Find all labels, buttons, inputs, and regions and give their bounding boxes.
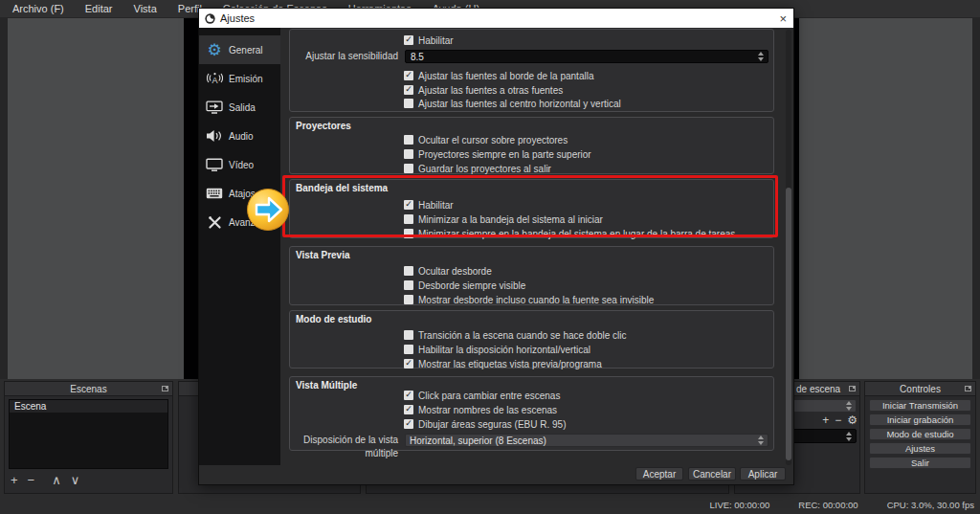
- section-projectors: Proyectores Ocultar el cursor sobre proy…: [289, 117, 774, 174]
- menu-editar[interactable]: Editar: [75, 0, 123, 17]
- section-preview: Vista Previa Ocultar desborde Desborde s…: [289, 246, 774, 305]
- checkbox-show-labels[interactable]: [404, 359, 413, 369]
- studio-mode-button[interactable]: Modo de estudio: [869, 428, 971, 440]
- checkbox-label: Ajustar las fuentes a otras fuentes: [418, 85, 563, 96]
- sidebar-item-video[interactable]: Vídeo: [199, 150, 280, 179]
- arrow-icon: [246, 188, 290, 232]
- checkbox-safe-areas[interactable]: [404, 419, 413, 429]
- gear-icon: ⚙: [205, 42, 224, 58]
- scene-list[interactable]: Escena: [9, 399, 168, 469]
- sidebar-item-audio[interactable]: Audio: [199, 122, 280, 150]
- checkbox-label: Mostrar nombres de las escenas: [418, 405, 557, 415]
- checkbox-snap-center[interactable]: [404, 99, 413, 108]
- row-enable-snapping: Habilitar: [404, 34, 454, 46]
- menu-vista[interactable]: Vista: [123, 0, 167, 17]
- remove-scene-button[interactable]: −: [28, 474, 35, 487]
- checkbox-overflow-always[interactable]: [404, 280, 413, 290]
- checkbox-click-switch[interactable]: [404, 391, 413, 400]
- checkbox-label: Habilitar: [418, 35, 454, 46]
- add-transition-button[interactable]: +: [822, 413, 829, 427]
- scenes-panel: Escenas Escena + − ∧ ∨: [4, 381, 173, 494]
- add-scene-button[interactable]: +: [11, 474, 18, 487]
- move-scene-up-button[interactable]: ∧: [52, 474, 61, 487]
- section-title: Vista Múltiple: [296, 380, 357, 391]
- controls-panel-title: Controles: [900, 384, 941, 394]
- section-general: Habilitar Ajustar la sensibilidad 8.5 Aj…: [289, 29, 774, 112]
- remove-transition-button[interactable]: −: [835, 413, 841, 427]
- checkbox-always-top[interactable]: [404, 149, 413, 159]
- dialog-title: Ajustes: [220, 12, 255, 24]
- section-title: Vista Previa: [296, 250, 350, 260]
- checkbox-enable-snapping[interactable]: [404, 35, 413, 45]
- start-recording-button[interactable]: Iniciar grabación: [869, 413, 971, 426]
- multiview-layout-select[interactable]: Horizontal, superior (8 Escenas): [405, 434, 768, 447]
- popout-icon[interactable]: [849, 386, 856, 391]
- checkbox-overflow-invisible[interactable]: [404, 295, 413, 304]
- transitions-panel-title: de escena: [796, 384, 840, 394]
- workspace-left-area: [8, 18, 184, 380]
- settings-scrollbar[interactable]: [786, 30, 791, 465]
- checkbox-show-names[interactable]: [404, 405, 413, 414]
- settings-button[interactable]: Ajustes: [869, 442, 971, 455]
- combo-arrows-icon[interactable]: [756, 435, 766, 446]
- scenes-panel-header[interactable]: Escenas: [5, 382, 172, 396]
- checkbox-hide-overflow[interactable]: [404, 266, 413, 276]
- sidebar-item-label: Emisión: [229, 74, 263, 84]
- checkbox-snap-sources[interactable]: [404, 85, 413, 95]
- start-streaming-button[interactable]: Iniciar Transmisión: [869, 399, 971, 412]
- close-icon[interactable]: ×: [779, 9, 787, 28]
- checkbox-transition-dblclick[interactable]: [404, 330, 413, 340]
- popout-icon[interactable]: [162, 386, 168, 391]
- popout-icon[interactable]: [965, 386, 971, 391]
- list-item[interactable]: Escena: [10, 400, 167, 413]
- checkbox-label: Proyectores siempre en la parte superior: [418, 149, 591, 160]
- settings-sidebar: ⚙ General A Emisión: [199, 28, 280, 465]
- section-title: Proyectores: [296, 121, 351, 131]
- spinner-arrows-icon[interactable]: [756, 51, 766, 62]
- checkbox-label: Ajustar las fuentes al centro horizontal…: [418, 99, 621, 109]
- dialog-titlebar[interactable]: Ajustes ×: [199, 9, 793, 28]
- svg-text:A: A: [212, 76, 217, 85]
- checkbox-label: Mostrar desborde incluso cuando la fuent…: [418, 295, 654, 305]
- checkbox-label: Mostrar las etiquetas vista previa/progr…: [418, 359, 602, 369]
- sidebar-item-general[interactable]: ⚙ General: [199, 35, 280, 64]
- speaker-icon: [205, 129, 224, 143]
- move-scene-down-button[interactable]: ∨: [71, 474, 80, 487]
- keyboard-icon: [205, 188, 224, 199]
- row-snap-center: Ajustar las fuentes al centro horizontal…: [404, 98, 621, 109]
- checkbox-hide-cursor[interactable]: [404, 135, 413, 145]
- spinner-arrows-icon[interactable]: [844, 430, 854, 442]
- controls-panel-header[interactable]: Controles: [865, 382, 975, 396]
- row-overflow-invisible: Mostrar desborde incluso cuando la fuent…: [404, 294, 654, 305]
- workspace-right-area: [799, 18, 972, 380]
- multiview-layout-label: Disposición de la vista múltiple: [290, 434, 398, 460]
- apply-button[interactable]: Aplicar: [740, 467, 786, 480]
- sidebar-item-label: General: [229, 45, 263, 56]
- checkbox-label: Ocultar desborde: [418, 266, 492, 277]
- checkbox-label: Ocultar el cursor sobre proyectores: [418, 135, 568, 145]
- ok-button[interactable]: Aceptar: [635, 467, 683, 480]
- exit-button[interactable]: Salir: [869, 457, 971, 469]
- settings-dialog: Ajustes × ⚙ General A Emisión: [198, 8, 794, 485]
- checkbox-snap-edge[interactable]: [404, 71, 413, 80]
- row-show-labels: Mostrar las etiquetas vista previa/progr…: [404, 358, 602, 369]
- scrollbar-thumb[interactable]: [786, 188, 791, 460]
- sidebar-item-emision[interactable]: A Emisión: [199, 64, 280, 93]
- cancel-button[interactable]: Cancelar: [688, 467, 736, 480]
- row-hide-overflow: Ocultar desborde: [404, 265, 492, 277]
- transition-settings-gear-icon[interactable]: ⚙: [847, 413, 858, 429]
- combo-arrows-icon[interactable]: [844, 400, 854, 412]
- section-studio-mode: Modo de estudio Transición a la escena c…: [289, 310, 774, 369]
- checkbox-label: Desborde siempre visible: [418, 280, 525, 291]
- tools-icon: [205, 215, 224, 230]
- sidebar-item-salida[interactable]: Salida: [199, 93, 280, 122]
- sidebar-item-label: Audio: [229, 131, 254, 142]
- menu-archivo[interactable]: Archivo (F): [2, 0, 75, 17]
- monitor-icon: [205, 158, 224, 171]
- checkbox-label: Habilitar la disposición horizontal/vert…: [418, 345, 590, 355]
- checkbox-save-projectors[interactable]: [404, 164, 413, 173]
- sidebar-item-label: Vídeo: [229, 160, 254, 170]
- sensitivity-input[interactable]: 8.5: [405, 50, 768, 63]
- row-hide-cursor: Ocultar el cursor sobre proyectores: [404, 134, 568, 145]
- checkbox-horizontal-layout[interactable]: [404, 345, 413, 354]
